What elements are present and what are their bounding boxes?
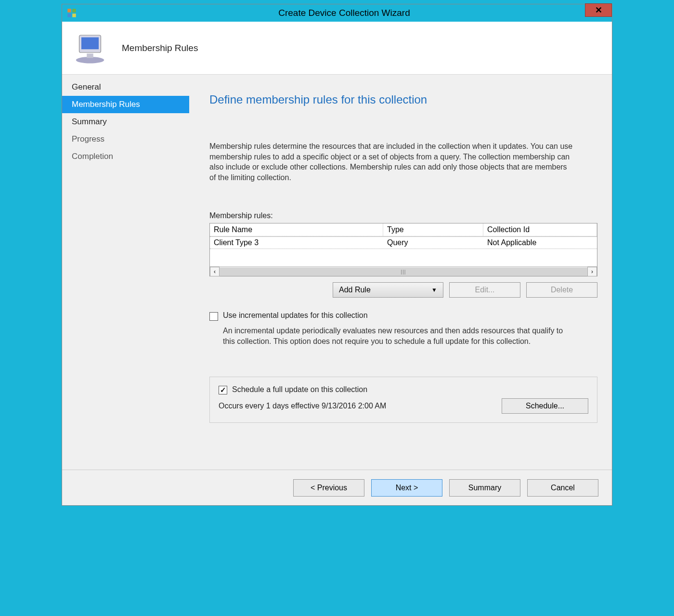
incremental-description: An incremental update periodically evalu…: [223, 326, 574, 346]
content-heading: Define membership rules for this collect…: [209, 93, 597, 106]
next-button[interactable]: Next >: [371, 479, 442, 497]
add-rule-label: Add Rule: [339, 286, 371, 294]
table-empty-space: [210, 249, 597, 266]
page-title: Membership Rules: [122, 43, 198, 53]
table-label: Membership rules:: [209, 211, 597, 220]
content-description: Membership rules determine the resources…: [209, 141, 575, 183]
sidebar-item-completion[interactable]: Completion: [62, 148, 189, 165]
scroll-right-button[interactable]: ›: [587, 267, 597, 276]
schedule-text: Occurs every 1 days effective 9/13/2016 …: [219, 402, 386, 410]
sidebar-item-membership-rules[interactable]: Membership Rules: [62, 96, 189, 113]
svg-rect-2: [67, 13, 71, 17]
sidebar-item-general[interactable]: General: [62, 79, 189, 96]
svg-rect-7: [87, 53, 93, 58]
sidebar: General Membership Rules Summary Progres…: [62, 75, 189, 470]
rule-buttons: Add Rule ▼ Edit... Delete: [209, 282, 597, 298]
titlebar: Create Device Collection Wizard ✕: [62, 4, 612, 22]
header-band: Membership Rules: [62, 22, 612, 75]
schedule-label: Schedule a full update on this collectio…: [232, 385, 367, 394]
incremental-checkbox[interactable]: [209, 312, 218, 321]
svg-rect-3: [72, 13, 76, 17]
close-button[interactable]: ✕: [585, 3, 612, 17]
content-area: Define membership rules for this collect…: [189, 75, 612, 470]
close-icon: ✕: [595, 5, 602, 15]
col-header-id[interactable]: Collection Id: [483, 223, 597, 236]
wizard-footer: < Previous Next > Summary Cancel: [62, 470, 612, 505]
cell-rule-type: Query: [383, 237, 483, 249]
window-title: Create Device Collection Wizard: [77, 8, 612, 18]
summary-button[interactable]: Summary: [449, 479, 520, 497]
table-header: Rule Name Type Collection Id: [210, 223, 597, 236]
scroll-track[interactable]: |||: [220, 267, 587, 276]
schedule-checkbox[interactable]: [219, 386, 227, 394]
sidebar-item-summary[interactable]: Summary: [62, 113, 189, 131]
col-header-type[interactable]: Type: [383, 223, 483, 236]
scroll-left-button[interactable]: ‹: [210, 267, 220, 276]
computer-icon: [73, 31, 107, 66]
schedule-button[interactable]: Schedule...: [502, 398, 588, 414]
delete-button[interactable]: Delete: [526, 282, 597, 298]
incremental-label: Use incremental updates for this collect…: [223, 311, 368, 320]
app-icon: [67, 8, 77, 18]
chevron-left-icon: ‹: [214, 268, 216, 275]
chevron-right-icon: ›: [591, 268, 593, 275]
cell-rule-name: Client Type 3: [210, 237, 383, 249]
cancel-button[interactable]: Cancel: [527, 479, 598, 497]
wizard-window: Create Device Collection Wizard ✕ Member…: [62, 4, 612, 506]
col-header-name[interactable]: Rule Name: [210, 223, 383, 236]
table-row[interactable]: Client Type 3 Query Not Applicable: [210, 236, 597, 249]
wizard-body: General Membership Rules Summary Progres…: [62, 75, 612, 470]
schedule-row: Occurs every 1 days effective 9/13/2016 …: [219, 398, 588, 414]
add-rule-button[interactable]: Add Rule ▼: [333, 282, 443, 298]
cell-collection-id: Not Applicable: [483, 237, 597, 249]
previous-button[interactable]: < Previous: [293, 479, 364, 497]
sidebar-item-progress[interactable]: Progress: [62, 131, 189, 148]
horizontal-scrollbar[interactable]: ‹ ||| ›: [210, 266, 597, 276]
incremental-row: Use incremental updates for this collect…: [209, 311, 597, 321]
scroll-grip-icon: |||: [401, 269, 406, 274]
rules-table: Rule Name Type Collection Id Client Type…: [209, 223, 597, 276]
edit-button[interactable]: Edit...: [449, 282, 520, 298]
svg-rect-0: [67, 9, 71, 13]
svg-rect-6: [81, 37, 99, 49]
schedule-header: Schedule a full update on this collectio…: [219, 385, 588, 394]
svg-rect-1: [72, 9, 76, 13]
schedule-groupbox: Schedule a full update on this collectio…: [209, 377, 597, 423]
chevron-down-icon: ▼: [431, 287, 437, 293]
